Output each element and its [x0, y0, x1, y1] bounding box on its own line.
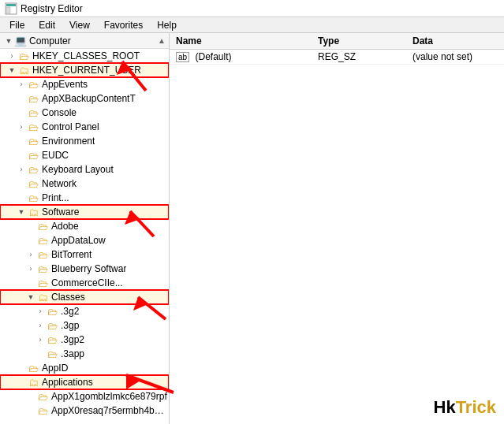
blueberry-folder-icon: 🗁 — [36, 263, 49, 274]
tree-item-keyboardlayout[interactable]: › 🗁 Keyboard Layout — [0, 162, 169, 177]
tree-item-network[interactable]: › 🗁 Network — [0, 177, 169, 191]
watermark-prefix: Hk — [434, 397, 456, 417]
printers-label: Print... — [42, 192, 69, 203]
registry-editor-icon — [5, 2, 17, 15]
appx1-label: AppX1gomblzlmkc6e879rpf — [51, 391, 167, 402]
commerceclient-label: CommerceCIIe... — [51, 277, 123, 288]
menu-help[interactable]: Help — [151, 18, 183, 32]
menu-edit[interactable]: Edit — [32, 18, 62, 32]
bittorrent-label: BitTorrent — [51, 249, 91, 260]
tree-item-appx2[interactable]: › 🗁 AppX0resaq7r5ermbh4b96ke3 — [0, 404, 169, 418]
3app-folder-icon: 🗁 — [46, 348, 58, 359]
detail-header: Name Type Data — [170, 33, 504, 50]
menu-bar: File Edit View Favorites Help — [0, 17, 504, 33]
tree-item-blueberry[interactable]: › 🗁 Blueberry Softwar — [0, 262, 169, 276]
3g2-label: .3g2 — [61, 306, 79, 317]
keyboardlayout-label: Keyboard Layout — [42, 164, 114, 175]
tree-item-appxbackup[interactable]: › 🗁 AppXBackupContentT — [0, 91, 169, 106]
environment-label: Environment — [42, 136, 95, 147]
tree-item-3gp2[interactable]: › 🗁 .3gp2 — [0, 333, 169, 347]
appevents-label: AppEvents — [42, 79, 88, 90]
appx2-label: AppX0resaq7r5ermbh4b96ke3 — [51, 405, 169, 416]
hkcr-label: HKEY_CLASSES_ROOT — [32, 50, 140, 61]
3gp2-toggle[interactable]: › — [35, 334, 46, 345]
tree-item-controlpanel[interactable]: › 🗁 Control Panel — [0, 120, 169, 134]
console-folder-icon: 🗁 — [27, 107, 39, 118]
tree-item-appevents[interactable]: › 🗁 AppEvents — [0, 77, 169, 91]
tree-item-classes[interactable]: ▼ 🗂 Classes — [0, 290, 169, 304]
eudc-label: EUDC — [42, 150, 69, 161]
tree-item-hkcr[interactable]: › 🗁 HKEY_CLASSES_ROOT — [0, 49, 169, 63]
tree-item-adobe[interactable]: › 🗁 Adobe — [0, 219, 169, 233]
appdatalow-label: AppDataLow — [51, 235, 106, 246]
detail-row-default[interactable]: ab (Default) REG_SZ (value not set) — [170, 50, 504, 65]
tree-item-bittorrent[interactable]: › 🗁 BitTorrent — [0, 247, 169, 262]
controlpanel-toggle[interactable]: › — [16, 121, 27, 132]
classes-toggle[interactable]: ▼ — [25, 292, 36, 303]
tree-item-3g2[interactable]: › 🗁 .3g2 — [0, 304, 169, 318]
classes-folder-icon: 🗂 — [36, 292, 49, 303]
col-name: Name — [176, 35, 318, 46]
menu-favorites[interactable]: Favorites — [98, 18, 149, 32]
tree-item-appx1[interactable]: › 🗁 AppX1gomblzlmkc6e879rpf — [0, 389, 169, 404]
detail-panel: Name Type Data ab (Default) REG_SZ (valu… — [170, 33, 504, 424]
tree-item-console[interactable]: › 🗁 Console — [0, 106, 169, 120]
3app-label: .3app — [61, 348, 84, 359]
tree-item-printers[interactable]: › 🗁 Print... — [0, 191, 169, 205]
tree-computer-row[interactable]: ▼ 💻 Computer ▲ — [0, 33, 169, 49]
watermark: HkTrick — [434, 397, 497, 418]
row-type-default: REG_SZ — [318, 51, 413, 62]
blueberry-toggle[interactable]: › — [25, 263, 36, 274]
tree-item-commerceclient[interactable]: › 🗁 CommerceCIIe... — [0, 276, 169, 290]
3gp2-folder-icon: 🗁 — [46, 334, 58, 345]
appx2-folder-icon: 🗁 — [36, 405, 49, 416]
ab-icon: ab — [176, 52, 189, 62]
applications-label: Applications — [42, 377, 93, 388]
commerceclient-folder-icon: 🗁 — [36, 277, 49, 288]
computer-label: Computer — [29, 35, 71, 46]
tree-scroll[interactable]: › 🗁 HKEY_CLASSES_ROOT ▼ 🗂 HKEY_CURRENT_U… — [0, 49, 169, 424]
tree-item-3app[interactable]: › 🗁 .3app — [0, 347, 169, 361]
row-name-default: ab (Default) — [176, 51, 318, 62]
tree-item-appdatalow[interactable]: › 🗁 AppDataLow — [0, 233, 169, 247]
adobe-folder-icon: 🗁 — [36, 221, 49, 232]
software-toggle[interactable]: ▼ — [16, 206, 27, 218]
3gp2-label: .3gp2 — [61, 334, 84, 345]
applid-folder-icon: 🗁 — [27, 363, 39, 374]
eudc-folder-icon: 🗁 — [27, 150, 39, 161]
hkcr-folder-icon: 🗁 — [17, 50, 30, 61]
appx1-folder-icon: 🗁 — [36, 391, 49, 402]
tree-item-applications[interactable]: › 🗂 Applications — [0, 375, 169, 389]
tree-item-applid[interactable]: › 🗁 AppID — [0, 361, 169, 375]
watermark-suffix: Trick — [456, 397, 496, 417]
network-folder-icon: 🗁 — [27, 178, 39, 189]
tree-item-eudc[interactable]: › 🗁 EUDC — [0, 148, 169, 162]
col-data: Data — [413, 35, 498, 46]
tree-panel: ▼ 💻 Computer ▲ › 🗁 HKEY_CLASSES_ROOT ▼ 🗂… — [0, 33, 170, 424]
appxbackup-folder-icon: 🗁 — [27, 93, 39, 104]
tree-item-hkcu[interactable]: ▼ 🗂 HKEY_CURRENT_USER — [0, 63, 169, 77]
environment-folder-icon: 🗁 — [27, 136, 39, 147]
tree-item-software[interactable]: ▼ 🗂 Software — [0, 205, 169, 219]
appevents-toggle[interactable]: › — [16, 79, 27, 90]
hkcu-toggle[interactable]: ▼ — [6, 65, 17, 76]
keyboardlayout-toggle[interactable]: › — [16, 164, 27, 175]
console-label: Console — [42, 107, 77, 118]
hkcr-toggle[interactable]: › — [6, 50, 17, 61]
network-label: Network — [42, 178, 77, 189]
tree-item-3gp[interactable]: › 🗁 .3gp — [0, 318, 169, 333]
applications-folder-icon: 🗂 — [27, 377, 39, 388]
tree-item-environment[interactable]: › 🗁 Environment — [0, 134, 169, 148]
bittorrent-toggle[interactable]: › — [25, 249, 36, 260]
scroll-up-indicator[interactable]: ▲ — [158, 36, 166, 45]
appxbackup-label: AppXBackupContentT — [42, 93, 136, 104]
3gp-label: .3gp — [61, 320, 79, 331]
svg-rect-2 — [6, 7, 10, 13]
3gp-toggle[interactable]: › — [35, 320, 46, 331]
menu-view[interactable]: View — [63, 18, 96, 32]
3g2-folder-icon: 🗁 — [46, 306, 58, 317]
hkcu-label: HKEY_CURRENT_USER — [32, 65, 141, 76]
menu-file[interactable]: File — [3, 18, 31, 32]
computer-toggle[interactable]: ▼ — [3, 35, 14, 46]
3g2-toggle[interactable]: › — [35, 306, 46, 317]
